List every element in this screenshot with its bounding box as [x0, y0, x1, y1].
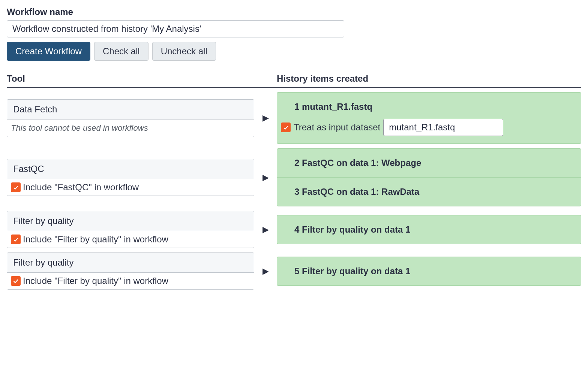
history-item-title: 2 FastQC on data 1: Webpage [294, 158, 564, 168]
history-stack: 2 FastQC on data 1: Webpage 3 FastQC on … [277, 148, 581, 206]
checkmark-icon [12, 184, 19, 191]
history-item-title: 3 FastQC on data 1: RawData [294, 187, 564, 197]
tool-box-body: Include "Filter by quality" in workflow [7, 273, 254, 289]
columns-header: Tool History items created [7, 73, 581, 88]
checkmark-icon [12, 278, 19, 284]
treat-as-input-field[interactable] [383, 119, 503, 136]
history-item[interactable]: 1 mutant_R1.fastq Treat as input dataset [277, 92, 581, 144]
uncheck-all-button[interactable]: Uncheck all [152, 42, 216, 61]
include-text: Include "FastQC" in workflow [23, 182, 139, 193]
tool-box: Filter by quality Include "Filter by qua… [7, 211, 254, 248]
history-item[interactable]: 3 FastQC on data 1: RawData [277, 177, 581, 206]
history-column: 1 mutant_R1.fastq Treat as input dataset [277, 92, 581, 144]
workflow-row: Filter by quality Include "Filter by qua… [7, 211, 581, 248]
arrow-right-icon: ▶ [262, 173, 269, 182]
tool-box-header: Filter by quality [7, 253, 254, 273]
history-item[interactable]: 2 FastQC on data 1: Webpage [277, 148, 581, 178]
history-item-controls: Treat as input dataset [281, 119, 564, 136]
tool-column-header: Tool [7, 73, 277, 84]
arrow-column: ▶ [254, 173, 277, 182]
tool-column: Filter by quality Include "Filter by qua… [7, 211, 254, 248]
include-text: Include "Filter by quality" in workflow [23, 234, 168, 245]
arrow-column: ▶ [254, 225, 277, 235]
include-in-workflow-checkbox[interactable] [11, 182, 21, 192]
workflow-name-label: Workflow name [7, 7, 581, 17]
tool-column: Filter by quality Include "Filter by qua… [7, 252, 254, 290]
tool-box-header: Data Fetch [7, 100, 254, 120]
tool-box: Data Fetch This tool cannot be used in w… [7, 99, 254, 137]
workflow-row: FastQC Include "FastQC" in workflow ▶ 2 … [7, 148, 581, 206]
history-item-title: 4 Filter by quality on data 1 [294, 224, 564, 235]
history-item[interactable]: 4 Filter by quality on data 1 [277, 215, 581, 244]
check-all-button[interactable]: Check all [94, 42, 148, 61]
tool-box-body: This tool cannot be used in workflows [7, 120, 254, 137]
history-column: 2 FastQC on data 1: Webpage 3 FastQC on … [277, 148, 581, 206]
arrow-column: ▶ [254, 113, 277, 123]
tool-box: FastQC Include "FastQC" in workflow [7, 159, 254, 196]
workflow-row: Data Fetch This tool cannot be used in w… [7, 92, 581, 144]
workflow-name-input[interactable] [7, 20, 344, 37]
history-column-header: History items created [277, 73, 581, 84]
arrow-right-icon: ▶ [262, 266, 269, 276]
include-text: Include "Filter by quality" in workflow [23, 276, 168, 286]
treat-as-input-label: Treat as input dataset [294, 122, 380, 133]
tool-box-header: FastQC [7, 159, 254, 179]
arrow-column: ▶ [254, 266, 277, 276]
include-in-workflow-checkbox[interactable] [11, 276, 21, 286]
checkmark-icon [282, 124, 289, 131]
tool-box: Filter by quality Include "Filter by qua… [7, 252, 254, 290]
tool-column: Data Fetch This tool cannot be used in w… [7, 99, 254, 137]
history-column: 5 Filter by quality on data 1 [277, 257, 581, 286]
create-workflow-button[interactable]: Create Workflow [7, 42, 90, 61]
tool-body-text: This tool cannot be used in workflows [11, 123, 148, 133]
history-column: 4 Filter by quality on data 1 [277, 215, 581, 244]
arrow-right-icon: ▶ [262, 225, 269, 235]
include-in-workflow-checkbox[interactable] [11, 235, 21, 244]
button-row: Create Workflow Check all Uncheck all [7, 42, 581, 61]
tool-box-body: Include "FastQC" in workflow [7, 179, 254, 196]
treat-as-input-checkbox[interactable] [281, 122, 291, 132]
tool-box-body: Include "Filter by quality" in workflow [7, 231, 254, 248]
history-item-title: 1 mutant_R1.fastq [294, 102, 564, 112]
workflow-row: Filter by quality Include "Filter by qua… [7, 252, 581, 290]
arrow-right-icon: ▶ [262, 113, 269, 123]
tool-box-header: Filter by quality [7, 211, 254, 231]
tool-column: FastQC Include "FastQC" in workflow [7, 159, 254, 196]
history-item[interactable]: 5 Filter by quality on data 1 [277, 257, 581, 286]
checkmark-icon [12, 236, 19, 243]
history-item-title: 5 Filter by quality on data 1 [294, 266, 564, 276]
